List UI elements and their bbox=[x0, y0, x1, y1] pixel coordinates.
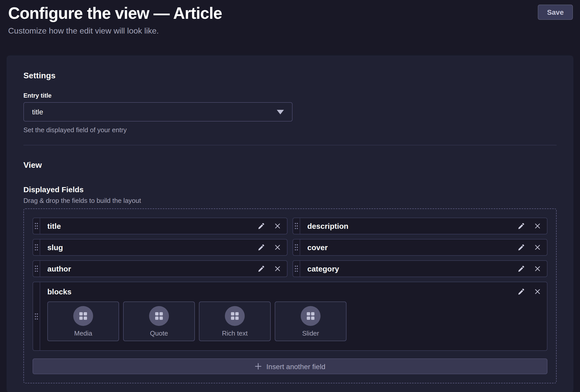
drag-handle-dots-icon[interactable] bbox=[293, 261, 300, 277]
component-card-media[interactable]: Media bbox=[47, 301, 119, 341]
remove-field-button[interactable] bbox=[274, 222, 281, 230]
edit-field-button[interactable] bbox=[257, 222, 265, 230]
drag-handle-dots-icon[interactable] bbox=[293, 239, 300, 255]
x-icon bbox=[274, 223, 281, 229]
field-name: cover bbox=[300, 239, 328, 255]
save-button[interactable]: Save bbox=[538, 5, 573, 20]
drag-handle-dots-icon[interactable] bbox=[33, 218, 40, 234]
component-name: Media bbox=[74, 329, 92, 337]
x-icon bbox=[534, 223, 541, 229]
component-grid-icon bbox=[230, 311, 239, 320]
plus-icon bbox=[255, 363, 261, 370]
page-title: Configure the view — Article bbox=[8, 3, 572, 23]
field-row-title[interactable]: title bbox=[33, 218, 287, 234]
component-name: Quote bbox=[150, 329, 168, 337]
chevron-down-icon bbox=[277, 110, 284, 114]
insert-another-field-label: Insert another field bbox=[266, 362, 325, 370]
component-card-list: Media Quote Rich text Slider bbox=[47, 301, 541, 341]
field-name: title bbox=[40, 218, 61, 234]
remove-field-button[interactable] bbox=[534, 265, 541, 272]
field-row-category[interactable]: category bbox=[293, 260, 547, 277]
config-panel: Settings Entry title title Set the displ… bbox=[7, 55, 573, 392]
remove-field-button[interactable] bbox=[534, 222, 541, 230]
displayed-fields-hint: Drag & drop the fields to build the layo… bbox=[23, 196, 557, 205]
entry-title-select-value: title bbox=[32, 108, 43, 116]
edit-field-button[interactable] bbox=[517, 288, 525, 295]
settings-heading: Settings bbox=[23, 70, 557, 82]
component-card-rich-text[interactable]: Rich text bbox=[199, 301, 271, 341]
edit-field-button[interactable] bbox=[517, 265, 525, 272]
view-heading: View bbox=[23, 159, 557, 171]
drag-handle-dots-icon[interactable] bbox=[33, 261, 40, 277]
field-row-author[interactable]: author bbox=[33, 260, 287, 277]
page-subtitle: Customize how the edit view will look li… bbox=[8, 25, 572, 37]
page-root: Configure the view — Article Customize h… bbox=[0, 0, 580, 392]
pencil-icon bbox=[517, 244, 525, 251]
entry-title-select[interactable]: title bbox=[23, 102, 293, 122]
component-icon-circle bbox=[149, 306, 169, 326]
dynamic-zone-row-blocks[interactable]: blocks Media Quote bbox=[33, 282, 547, 351]
field-name: slug bbox=[40, 239, 63, 255]
component-card-quote[interactable]: Quote bbox=[123, 301, 195, 341]
x-icon bbox=[534, 288, 541, 295]
field-name: author bbox=[40, 261, 71, 277]
x-icon bbox=[534, 244, 541, 251]
displayed-fields-label: Displayed Fields bbox=[23, 185, 557, 195]
fields-dropzone: title description bbox=[23, 208, 557, 383]
field-name: blocks bbox=[47, 287, 71, 296]
component-icon-circle bbox=[73, 306, 93, 326]
entry-title-label: Entry title bbox=[23, 92, 557, 100]
drag-handle-dots-icon[interactable] bbox=[33, 282, 40, 350]
x-icon bbox=[274, 265, 281, 272]
pencil-icon bbox=[517, 288, 525, 295]
component-grid-icon bbox=[155, 311, 163, 320]
component-name: Slider bbox=[302, 329, 319, 337]
pencil-icon bbox=[257, 265, 265, 272]
pencil-icon bbox=[257, 222, 265, 230]
dynamic-zone-body: blocks Media Quote bbox=[40, 282, 547, 350]
component-grid-icon bbox=[79, 311, 88, 320]
component-icon-circle bbox=[301, 306, 321, 326]
drag-handle-dots-icon[interactable] bbox=[33, 239, 40, 255]
field-row-description[interactable]: description bbox=[293, 218, 547, 234]
remove-field-button[interactable] bbox=[534, 288, 541, 295]
field-row-cover[interactable]: cover bbox=[293, 239, 547, 256]
component-card-slider[interactable]: Slider bbox=[275, 301, 346, 341]
dynamic-zone-header: blocks bbox=[47, 287, 541, 296]
pencil-icon bbox=[517, 265, 525, 272]
component-name: Rich text bbox=[222, 329, 248, 337]
page-header: Configure the view — Article Customize h… bbox=[0, 0, 580, 37]
field-row-slug[interactable]: slug bbox=[33, 239, 287, 256]
remove-field-button[interactable] bbox=[274, 244, 281, 251]
edit-field-button[interactable] bbox=[517, 222, 525, 230]
edit-field-button[interactable] bbox=[257, 244, 265, 251]
x-icon bbox=[274, 244, 281, 251]
entry-title-hint: Set the displayed field of your entry bbox=[23, 126, 557, 134]
insert-another-field-button[interactable]: Insert another field bbox=[33, 358, 547, 374]
field-name: description bbox=[300, 218, 349, 234]
edit-field-button[interactable] bbox=[257, 265, 265, 272]
pencil-icon bbox=[257, 244, 265, 251]
component-icon-circle bbox=[225, 306, 245, 326]
drag-handle-dots-icon[interactable] bbox=[293, 218, 300, 234]
section-divider bbox=[23, 145, 557, 145]
remove-field-button[interactable] bbox=[534, 244, 541, 251]
field-name: category bbox=[300, 261, 339, 277]
pencil-icon bbox=[517, 222, 525, 230]
component-grid-icon bbox=[306, 311, 315, 320]
edit-field-button[interactable] bbox=[517, 244, 525, 251]
remove-field-button[interactable] bbox=[274, 265, 281, 272]
x-icon bbox=[534, 265, 541, 272]
